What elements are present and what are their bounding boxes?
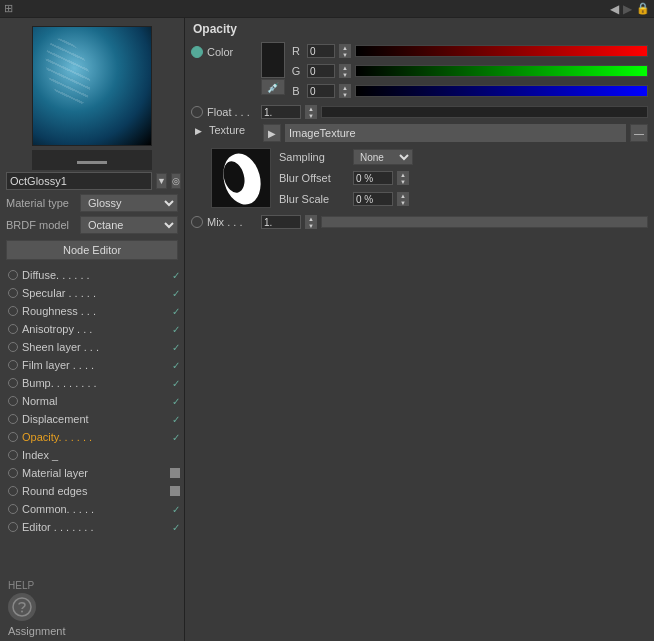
nav-item-common[interactable]: Common. . . . . ✓ xyxy=(0,500,184,518)
lock-icon: 🔒 xyxy=(636,2,650,15)
g-input[interactable] xyxy=(307,64,335,78)
nav-label-index: Index _ xyxy=(22,449,180,461)
nav-circle-specular xyxy=(8,288,18,298)
nav-circle-round-edges xyxy=(8,486,18,496)
nav-item-anisotropy[interactable]: Anisotropy . . . ✓ xyxy=(0,320,184,338)
float-radio[interactable] xyxy=(191,106,203,118)
g-spin-up[interactable]: ▲ xyxy=(339,64,351,71)
texture-label: Texture xyxy=(209,124,259,136)
float-spin-down[interactable]: ▼ xyxy=(305,112,317,119)
sampling-dropdown[interactable]: None xyxy=(353,149,413,165)
help-icon[interactable] xyxy=(8,593,36,621)
nav-check-roughness: ✓ xyxy=(172,306,180,317)
arrow-icon: ◀ xyxy=(610,2,619,16)
g-spin-down[interactable]: ▼ xyxy=(339,71,351,78)
b-spin-down[interactable]: ▼ xyxy=(339,91,351,98)
mix-spin-down[interactable]: ▼ xyxy=(305,222,317,229)
sampling-label: Sampling xyxy=(279,151,349,163)
float-bar xyxy=(321,106,648,118)
nav-items: Diffuse. . . . . . ✓ Specular . . . . . … xyxy=(0,264,184,576)
float-spin-up[interactable]: ▲ xyxy=(305,105,317,112)
texture-expanded: Sampling None Blur Offset ▲ ▼ Blur Scale xyxy=(205,144,654,212)
nav-item-index[interactable]: Index _ xyxy=(0,446,184,464)
arrow-icon-right: ▶ xyxy=(623,2,632,16)
r-spin-down[interactable]: ▼ xyxy=(339,51,351,58)
blur-scale-spin-down[interactable]: ▼ xyxy=(397,199,409,206)
blur-offset-label: Blur Offset xyxy=(279,172,349,184)
texture-name-bar: ImageTexture xyxy=(285,124,626,142)
nav-item-bump[interactable]: Bump. . . . . . . . ✓ xyxy=(0,374,184,392)
eyedropper-button[interactable]: 💉 xyxy=(261,79,285,95)
b-spin-group: ▲ ▼ xyxy=(339,84,351,98)
mix-input[interactable] xyxy=(261,215,301,229)
name-extra-btn[interactable]: ◎ xyxy=(171,173,181,189)
nav-item-normal[interactable]: Normal ✓ xyxy=(0,392,184,410)
preview-area xyxy=(32,26,152,146)
blur-scale-input[interactable] xyxy=(353,192,393,206)
nav-item-film[interactable]: Film layer . . . . ✓ xyxy=(0,356,184,374)
main-layout: ▬▬▬ ▼ ◎ Material type Glossy BRDF model … xyxy=(0,18,654,641)
texture-collapse-btn[interactable]: — xyxy=(630,124,648,142)
nav-label-normal: Normal xyxy=(22,395,170,407)
b-spin-up[interactable]: ▲ xyxy=(339,84,351,91)
tex-blur-scale-row: Blur Scale ▲ ▼ xyxy=(279,190,648,208)
nav-item-round-edges[interactable]: Round edges xyxy=(0,482,184,500)
nav-label-roughness: Roughness . . . xyxy=(22,305,170,317)
material-type-row: Material type Glossy xyxy=(0,192,184,214)
texture-triangle-btn[interactable]: ▶ xyxy=(191,124,205,138)
nav-circle-common xyxy=(8,504,18,514)
nav-item-sheen[interactable]: Sheen layer . . . ✓ xyxy=(0,338,184,356)
name-options-btn[interactable]: ▼ xyxy=(156,173,167,189)
preview-sphere xyxy=(33,27,151,145)
mix-spin-up[interactable]: ▲ xyxy=(305,215,317,222)
blur-scale-label: Blur Scale xyxy=(279,193,349,205)
right-panel: Opacity Color 💉 R ▲ ▼ xyxy=(185,18,654,641)
float-input[interactable] xyxy=(261,105,301,119)
preview-bottom: ▬▬▬ xyxy=(32,150,152,170)
nav-item-specular[interactable]: Specular . . . . . ✓ xyxy=(0,284,184,302)
assignment-button[interactable]: Assignment xyxy=(8,625,65,637)
material-name-input[interactable] xyxy=(6,172,152,190)
nav-item-editor[interactable]: Editor . . . . . . . ✓ xyxy=(0,518,184,536)
nav-check-displacement: ✓ xyxy=(172,414,180,425)
texture-expand-btn[interactable]: ▶ xyxy=(263,124,281,142)
r-input[interactable] xyxy=(307,44,335,58)
channel-row-r: R ▲ ▼ xyxy=(289,42,648,60)
float-spin-group: ▲ ▼ xyxy=(305,105,317,119)
mix-radio[interactable] xyxy=(191,216,203,228)
nav-circle-film xyxy=(8,360,18,370)
color-radio[interactable] xyxy=(191,46,203,58)
mix-row: Mix . . . ▲ ▼ xyxy=(185,212,654,232)
color-swatch[interactable] xyxy=(261,42,285,78)
nav-item-material-layer[interactable]: Material layer xyxy=(0,464,184,482)
r-spin-up[interactable]: ▲ xyxy=(339,44,351,51)
float-row: Float . . . ▲ ▼ xyxy=(185,102,654,122)
g-spin-group: ▲ ▼ xyxy=(339,64,351,78)
tex-blur-offset-row: Blur Offset ▲ ▼ xyxy=(279,169,648,187)
b-input[interactable] xyxy=(307,84,335,98)
nav-label-editor: Editor . . . . . . . xyxy=(22,521,170,533)
svg-point-0 xyxy=(13,598,31,616)
nav-item-displacement[interactable]: Displacement ✓ xyxy=(0,410,184,428)
g-bar xyxy=(356,66,647,76)
texture-thumbnail xyxy=(211,148,271,208)
nav-square-round-edges xyxy=(170,486,180,496)
blur-scale-spin-up[interactable]: ▲ xyxy=(397,192,409,199)
grid-icon: ⊞ xyxy=(4,2,13,15)
material-type-dropdown[interactable]: Glossy xyxy=(80,194,178,212)
texture-thumb-svg xyxy=(212,149,271,208)
node-editor-button[interactable]: Node Editor xyxy=(6,240,178,260)
blur-offset-spin-up[interactable]: ▲ xyxy=(397,171,409,178)
nav-item-diffuse[interactable]: Diffuse. . . . . . ✓ xyxy=(0,266,184,284)
nav-check-sheen: ✓ xyxy=(172,342,180,353)
brdf-dropdown[interactable]: Octane xyxy=(80,216,178,234)
r-spin-group: ▲ ▼ xyxy=(339,44,351,58)
blur-offset-spin-down[interactable]: ▼ xyxy=(397,178,409,185)
float-label: Float . . . xyxy=(207,106,257,118)
nav-circle-bump xyxy=(8,378,18,388)
help-label: HELP xyxy=(8,580,34,591)
nav-item-roughness[interactable]: Roughness . . . ✓ xyxy=(0,302,184,320)
nav-item-opacity[interactable]: Opacity. . . . . . ✓ xyxy=(0,428,184,446)
blur-offset-input[interactable] xyxy=(353,171,393,185)
nav-label-anisotropy: Anisotropy . . . xyxy=(22,323,170,335)
